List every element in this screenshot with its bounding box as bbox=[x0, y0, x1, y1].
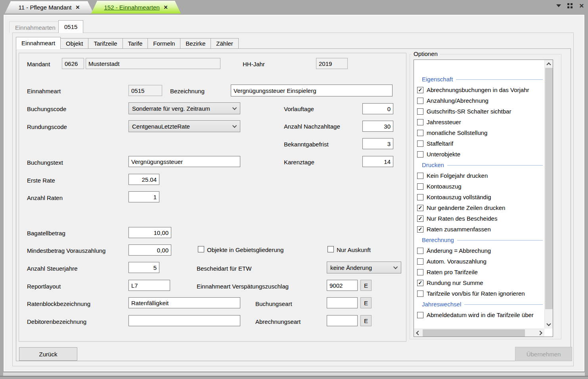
option-item: ✓Rundung nur Summe bbox=[414, 277, 544, 288]
tab-einnahmearten-list[interactable]: Einnahmearten bbox=[9, 21, 61, 33]
checkbox[interactable]: ✓ bbox=[417, 205, 423, 211]
close-icon[interactable]: ✕ bbox=[76, 4, 80, 10]
bagatellbetrag-field[interactable] bbox=[128, 227, 171, 238]
einnahmeart-code-field[interactable] bbox=[128, 85, 162, 96]
detail-tab-formeln[interactable]: Formeln bbox=[148, 38, 180, 49]
einnahmeart-label: Einnahmeart bbox=[27, 88, 61, 94]
option-item: ✓Nur geänderte Zeilen drucken bbox=[414, 202, 544, 213]
checkbox[interactable] bbox=[417, 312, 423, 318]
detail-tab-zähler[interactable]: Zähler bbox=[211, 38, 239, 49]
checkbox[interactable] bbox=[417, 173, 423, 179]
close-icon[interactable]: ✕ bbox=[164, 4, 168, 10]
option-item: Unterobjekte bbox=[414, 149, 544, 160]
mandant-code-field[interactable] bbox=[62, 58, 84, 69]
buchungstext-field[interactable] bbox=[128, 156, 240, 167]
buchungseart-field[interactable] bbox=[327, 297, 358, 308]
checkbox[interactable] bbox=[417, 98, 423, 104]
nachzahltage-field[interactable] bbox=[362, 121, 393, 132]
rundungscode-dropdown[interactable]: CentgenauLetzteRate bbox=[128, 120, 240, 132]
anzahl-raten-field[interactable] bbox=[128, 191, 159, 202]
window-tab-einnahmearten[interactable]: 152 - Einnahmearten ✕ bbox=[91, 1, 181, 13]
checkbox[interactable]: ✓ bbox=[417, 87, 423, 93]
anzahl-steuerjahre-label: Anzahl Steuerjahre bbox=[27, 265, 78, 272]
checkbox[interactable] bbox=[417, 140, 423, 147]
checkbox[interactable]: ✓ bbox=[417, 280, 423, 286]
bescheidart-dropdown[interactable]: keine Änderung bbox=[327, 262, 401, 273]
checkbox[interactable] bbox=[417, 258, 423, 265]
checkbox[interactable]: ✓ bbox=[417, 226, 423, 233]
scroll-right-icon[interactable] bbox=[538, 331, 542, 335]
horizontal-scroll-thumb[interactable] bbox=[423, 329, 525, 337]
checkbox[interactable]: ✓ bbox=[417, 215, 423, 222]
checkbox[interactable] bbox=[417, 119, 423, 125]
scroll-up-icon[interactable] bbox=[546, 62, 551, 67]
scroll-left-icon[interactable] bbox=[416, 331, 420, 335]
vorlauftage-field[interactable] bbox=[362, 103, 393, 114]
detail-tab-bezirke[interactable]: Bezirke bbox=[180, 38, 211, 49]
checkbox[interactable] bbox=[417, 151, 423, 158]
reportlayout-field[interactable] bbox=[128, 280, 170, 291]
option-item: Gutschrifts-SR Schalter sichtbar bbox=[414, 106, 544, 117]
nur-auskunft-label: Nur Auskunft bbox=[337, 246, 371, 253]
detail-tab-einnahmeart[interactable]: Einnahmeart bbox=[16, 37, 61, 49]
chevron-down-icon bbox=[232, 123, 237, 128]
checkbox[interactable] bbox=[417, 269, 423, 275]
option-item: ✓Nur Raten des Bescheides bbox=[414, 213, 544, 224]
option-label: Anzahlung/Abrechnung bbox=[427, 97, 488, 104]
bezeichnung-field[interactable] bbox=[231, 85, 393, 96]
zurueck-button[interactable]: Zurück bbox=[19, 347, 77, 361]
hh-jahr-field[interactable] bbox=[316, 58, 348, 69]
hh-jahr-label: HH-Jahr bbox=[243, 61, 265, 67]
anzahl-steuerjahre-field[interactable] bbox=[128, 262, 159, 273]
einnahmeart-tab-page: Mandant HH-Jahr Einnahmeart Bezeichnung … bbox=[16, 48, 571, 361]
option-item: Anzahlung/Abrechnung bbox=[414, 95, 544, 106]
detail-tab-tarife[interactable]: Tarife bbox=[123, 38, 148, 49]
bekanntgabefrist-field[interactable] bbox=[362, 138, 393, 149]
mindestbetrag-field[interactable] bbox=[128, 244, 171, 256]
reportlayout-label: Reportlayout bbox=[27, 283, 61, 290]
checkbox[interactable] bbox=[417, 130, 423, 136]
checkbox[interactable] bbox=[417, 108, 423, 115]
buchungscode-dropdown[interactable]: Sonderrate für verg. Zeitraum bbox=[128, 102, 240, 114]
section-divider bbox=[456, 79, 543, 80]
karenztage-field[interactable] bbox=[362, 156, 393, 167]
verspaetungszuschlag-field[interactable] bbox=[327, 280, 358, 291]
abrechnungseart-lookup-button[interactable]: E bbox=[360, 315, 372, 326]
option-item: Tarifzeile von/bis für Raten ignorieren bbox=[414, 288, 544, 299]
buchungseart-lookup-button[interactable]: E bbox=[360, 297, 372, 308]
option-label: Raten zusammenfassen bbox=[427, 226, 491, 233]
bekanntgabefrist-label: Bekanntgabefrist bbox=[284, 141, 329, 148]
scroll-down-icon[interactable] bbox=[546, 321, 551, 326]
verspaetungszuschlag-lookup-button[interactable]: E bbox=[360, 280, 372, 291]
vertical-scroll-thumb[interactable] bbox=[545, 68, 553, 309]
objekte-gebietsgliederung-checkbox[interactable] bbox=[198, 246, 204, 252]
grid-icon[interactable] bbox=[567, 3, 573, 8]
option-label: Abrechnungsbuchungen in das Vorjahr bbox=[427, 87, 529, 93]
checkbox[interactable] bbox=[417, 183, 423, 190]
ratenblock-field[interactable] bbox=[128, 297, 240, 308]
debitoren-field[interactable] bbox=[128, 315, 240, 326]
erste-rate-field[interactable] bbox=[128, 174, 159, 185]
vertical-scrollbar[interactable] bbox=[544, 60, 553, 329]
close-icon[interactable]: ✕ bbox=[579, 3, 584, 8]
detail-tab-tarifzeile[interactable]: Tarifzeile bbox=[88, 38, 123, 49]
options-section-header: Eigenschaft bbox=[414, 74, 544, 85]
checkbox[interactable] bbox=[417, 291, 423, 297]
abrechnungseart-field[interactable] bbox=[327, 315, 358, 326]
verspaetungszuschlag-label: Einnahmeart Verspätungszuschlag bbox=[197, 283, 289, 290]
option-item: monatliche Sollstellung bbox=[414, 127, 544, 138]
window-tab-pflege-mandant[interactable]: 11 - Pflege Mandant ✕ bbox=[5, 1, 94, 13]
option-item: Raten pro Tarifzeile bbox=[414, 267, 544, 277]
checkbox[interactable] bbox=[417, 248, 423, 254]
mandant-name-field[interactable] bbox=[86, 58, 220, 69]
tab-record-0515[interactable]: 0515 bbox=[58, 20, 83, 33]
option-label: Jahressteuer bbox=[427, 119, 461, 125]
nur-auskunft-checkbox[interactable] bbox=[328, 246, 334, 252]
chevron-down-icon[interactable] bbox=[556, 4, 561, 7]
section-title: Drucken bbox=[422, 162, 444, 168]
section-divider bbox=[457, 240, 543, 240]
horizontal-scrollbar[interactable] bbox=[414, 329, 544, 337]
uebernehmen-button[interactable]: Übernehmen bbox=[515, 347, 572, 361]
checkbox[interactable] bbox=[417, 194, 423, 200]
detail-tab-objekt[interactable]: Objekt bbox=[61, 38, 88, 49]
